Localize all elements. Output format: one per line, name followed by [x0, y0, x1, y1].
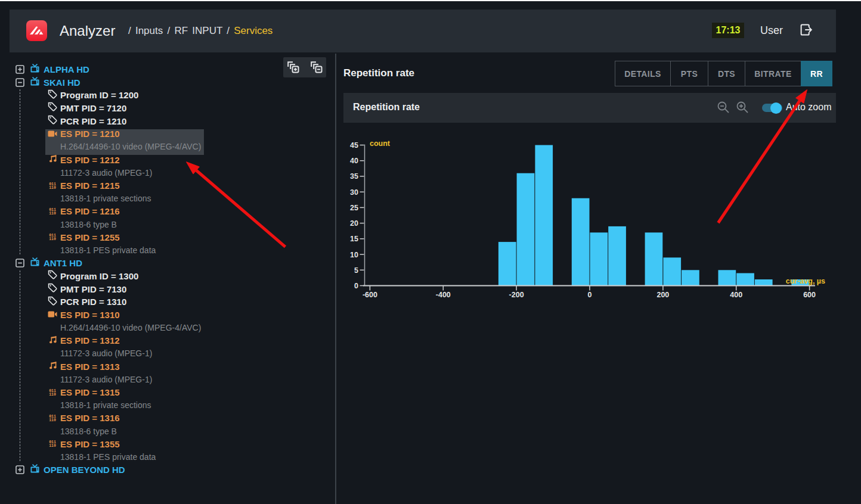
svg-text:10: 10 — [350, 251, 358, 259]
svg-text:0: 0 — [354, 282, 358, 290]
svg-text:count: count — [370, 139, 391, 148]
svg-text:15: 15 — [350, 235, 358, 243]
svg-text:25: 25 — [350, 204, 358, 212]
svg-text:600: 600 — [803, 291, 816, 299]
svg-text:-200: -200 — [509, 291, 524, 299]
svg-text:30: 30 — [350, 188, 358, 197]
svg-text:0: 0 — [588, 291, 592, 299]
svg-text:400: 400 — [730, 291, 742, 299]
svg-text:5: 5 — [354, 266, 358, 275]
svg-text:cur-avg, µs: cur-avg, µs — [786, 277, 825, 285]
svg-text:20: 20 — [350, 219, 358, 228]
svg-text:35: 35 — [350, 172, 358, 181]
svg-text:-400: -400 — [436, 291, 451, 299]
svg-text:-600: -600 — [363, 291, 377, 299]
svg-text:45: 45 — [350, 141, 358, 150]
svg-text:40: 40 — [350, 157, 358, 165]
svg-text:200: 200 — [656, 291, 669, 299]
